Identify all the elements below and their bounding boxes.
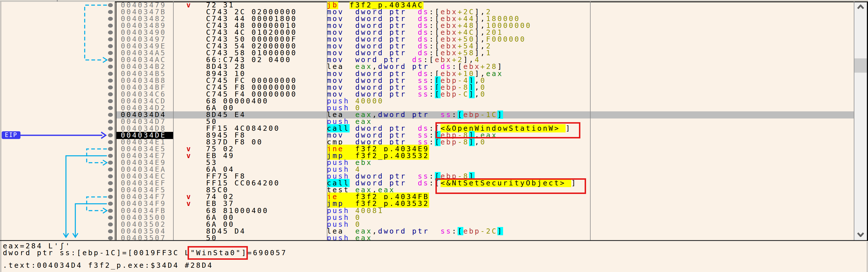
address-bytes-divider[interactable] bbox=[173, 1, 174, 241]
address-column-border-inner bbox=[116, 1, 117, 241]
scroll-up-icon[interactable] bbox=[857, 5, 864, 9]
disasm-comment-divider[interactable] bbox=[590, 1, 591, 241]
disassembly-pane[interactable]: v0040347972 31jb f3f2_p.4034AC0040347BC7… bbox=[0, 1, 868, 241]
annotation-box-ntsetsecurityobject bbox=[435, 178, 586, 194]
scroll-down-icon[interactable] bbox=[857, 233, 864, 237]
info-right-border bbox=[867, 242, 867, 272]
annotation-box-openwindowstationw bbox=[435, 122, 580, 138]
pane-left-border bbox=[1, 1, 1, 272]
info-pane: eax=284 L'ʃ' dword ptr ss:[ebp-1C]=[0019… bbox=[0, 242, 868, 272]
bytes-disasm-divider[interactable] bbox=[327, 1, 328, 241]
address-column-border-outer bbox=[115, 1, 115, 241]
scrollbar[interactable] bbox=[855, 2, 867, 240]
eip-arrow bbox=[21, 132, 106, 138]
pane-bottom-border bbox=[0, 240, 868, 241]
pane-right-border bbox=[867, 1, 868, 241]
scrollbar-thumb[interactable] bbox=[855, 58, 867, 73]
eip-marker: EIP bbox=[2, 131, 21, 139]
jump-arrows-layer bbox=[0, 1, 868, 241]
status-address-line: .text:004034D4 f3f2_p.exe:$34D4 #28D4 bbox=[3, 262, 213, 269]
annotation-box-winsta0 bbox=[188, 246, 248, 260]
debugger-window: v0040347972 31jb f3f2_p.4034AC0040347BC7… bbox=[0, 0, 868, 272]
